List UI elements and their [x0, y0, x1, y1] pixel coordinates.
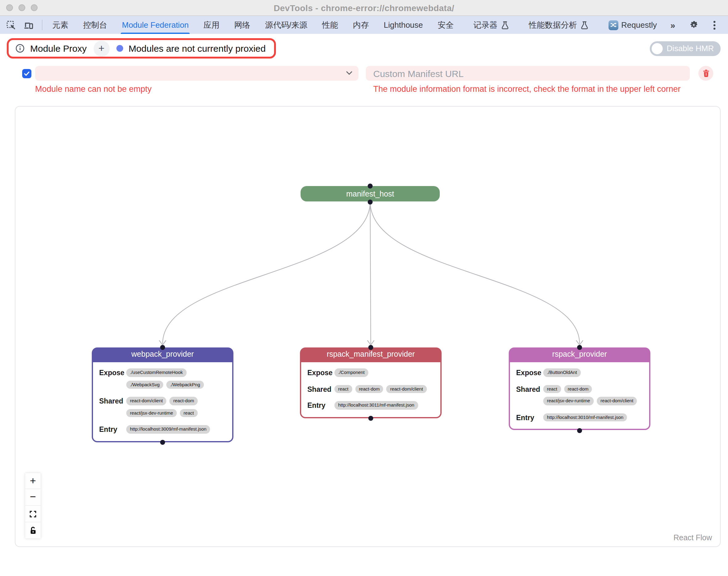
expose-row: Expose ./useCustomRemoteHook./WebpackSvg… [99, 368, 226, 389]
module-tag: react-dom/client [597, 397, 637, 405]
node-handle[interactable] [577, 428, 582, 433]
kebab-menu-icon [713, 20, 716, 30]
entry-url-tag: http://localhost:3011/mf-manifest.json [334, 401, 418, 409]
expose-tags: ./ButtonOldAnt [543, 368, 643, 377]
node-handle[interactable] [368, 183, 373, 188]
tab-network[interactable]: 网络 [227, 16, 258, 34]
module-tag: ./useCustomRemoteHook [126, 368, 186, 377]
more-tabs-button[interactable]: » [664, 16, 681, 34]
node-title: rspack_manifest_provider [300, 347, 442, 362]
node-rspack-provider[interactable]: rspack_provider Expose ./ButtonOldAnt Sh… [509, 347, 650, 430]
module-tag: react-dom [355, 385, 383, 393]
minimize-window-button[interactable] [19, 4, 25, 11]
tab-performance-insights[interactable]: 性能数据分析 [521, 16, 596, 34]
module-tag: react-dom/client [386, 385, 427, 393]
module-graph-canvas[interactable]: manifest_host webpack_provider Expose ./… [15, 106, 721, 547]
module-enabled-checkbox[interactable] [22, 69, 31, 78]
node-handle[interactable] [160, 440, 165, 445]
module-tag: ./ButtonOldAnt [543, 368, 581, 377]
toggle-interactivity-button[interactable] [25, 522, 41, 539]
experiment-flask-icon [580, 21, 588, 29]
settings-button[interactable] [686, 18, 701, 32]
module-form-row [7, 66, 721, 81]
node-rspack-manifest-provider[interactable]: rspack_manifest_provider Expose ./Compon… [300, 347, 442, 418]
titlebar: DevTools - chrome-error://chromewebdata/ [0, 0, 728, 16]
disable-hmr-toggle[interactable]: Disable HMR [650, 41, 721, 56]
expose-tags: ./useCustomRemoteHook./WebpackSvg./Webpa… [126, 368, 226, 389]
entry-row: Entry http://localhost:3011/mf-manifest.… [307, 401, 434, 409]
shared-row: Shared reactreact-domreact-dom/client [307, 385, 434, 393]
expose-row: Expose ./Component [307, 368, 434, 377]
window-title: DevTools - chrome-error://chromewebdata/ [274, 3, 455, 12]
zoom-out-button[interactable]: − [25, 489, 41, 506]
expose-row: Expose ./ButtonOldAnt [516, 368, 643, 377]
flow-edges [16, 107, 721, 547]
edge-host-rspack [370, 201, 580, 344]
entry-row: Entry http://localhost:3009/mf-manifest.… [99, 425, 226, 433]
close-window-button[interactable] [6, 4, 13, 11]
trash-icon [702, 69, 710, 78]
module-tag: react-dom/client [126, 397, 167, 405]
edge-host-webpack [163, 201, 370, 344]
custom-manifest-input[interactable] [366, 66, 690, 81]
module-tag: react [180, 409, 197, 417]
module-proxy-panel: Module Proxy + Modules are not currently… [7, 38, 276, 59]
disable-hmr-label: Disable HMR [667, 44, 714, 53]
module-tag: react [334, 385, 352, 393]
edge-host-rspack-manifest [370, 201, 371, 344]
module-tag: ./Component [334, 368, 368, 377]
chevron-down-icon [346, 70, 353, 77]
add-proxy-button[interactable]: + [93, 40, 109, 56]
delete-module-button[interactable] [698, 66, 713, 81]
shared-row: Shared react-dom/clientreact-domreact/js… [99, 397, 226, 417]
node-handle[interactable] [368, 345, 373, 350]
experiment-flask-icon [500, 21, 509, 29]
tab-lighthouse[interactable]: Lighthouse [376, 16, 430, 34]
node-title: rspack_provider [509, 347, 650, 362]
node-handle[interactable] [160, 345, 165, 350]
device-toolbar-icon [23, 20, 34, 30]
tab-recorder[interactable]: 记录器 [466, 16, 517, 34]
tab-elements[interactable]: 元素 [45, 16, 76, 34]
node-webpack-provider[interactable]: webpack_provider Expose ./useCustomRemot… [92, 347, 233, 442]
node-title: manifest_host [346, 190, 394, 198]
shared-tags: reactreact-domreact-dom/client [334, 385, 434, 393]
fit-view-button[interactable] [25, 506, 41, 522]
tab-application[interactable]: 应用 [196, 16, 227, 34]
expose-tags: ./Component [334, 368, 434, 377]
toggle-device-toolbar-button[interactable] [21, 18, 36, 32]
zoom-window-button[interactable] [31, 4, 37, 11]
module-tag: react/jsx-dev-runtime [543, 397, 594, 405]
tab-performance[interactable]: 性能 [315, 16, 346, 34]
module-tag: react-dom [170, 397, 198, 405]
proxy-status-text: Modules are not currently proxied [128, 43, 265, 54]
node-handle[interactable] [577, 345, 582, 350]
node-handle[interactable] [368, 199, 373, 204]
node-manifest-host[interactable]: manifest_host [300, 186, 440, 201]
custom-manifest-field [366, 66, 690, 81]
tab-module-federation[interactable]: Module Federation [115, 16, 196, 34]
inspect-element-button[interactable] [4, 18, 19, 32]
more-options-button[interactable] [707, 18, 722, 32]
gear-icon [688, 20, 699, 30]
module-tag: ./WebpackSvg [126, 380, 163, 389]
tab-sources[interactable]: 源代码/来源 [258, 16, 315, 34]
lock-icon [29, 526, 37, 535]
tab-memory[interactable]: 内存 [346, 16, 376, 34]
module-proxy-title: Module Proxy [30, 43, 87, 54]
manifest-format-error: The module information format is incorre… [373, 84, 680, 94]
tab-security[interactable]: 安全 [430, 16, 461, 34]
zoom-in-button[interactable]: + [25, 472, 41, 489]
node-handle[interactable] [368, 416, 373, 421]
requestly-icon [608, 20, 618, 30]
shared-row: Shared reactreact-domreact/jsx-dev-runti… [516, 385, 643, 405]
tab-requestly[interactable]: Requestly [601, 16, 664, 34]
tabbar-separator [42, 20, 42, 30]
module-tag: react [543, 385, 561, 393]
node-title: webpack_provider [92, 347, 233, 362]
module-name-select[interactable] [35, 66, 358, 81]
module-proxy-row: Module Proxy + Modules are not currently… [7, 38, 721, 59]
tab-console[interactable]: 控制台 [76, 16, 115, 34]
toggle-knob [652, 43, 663, 54]
flow-controls: + − [25, 472, 41, 539]
